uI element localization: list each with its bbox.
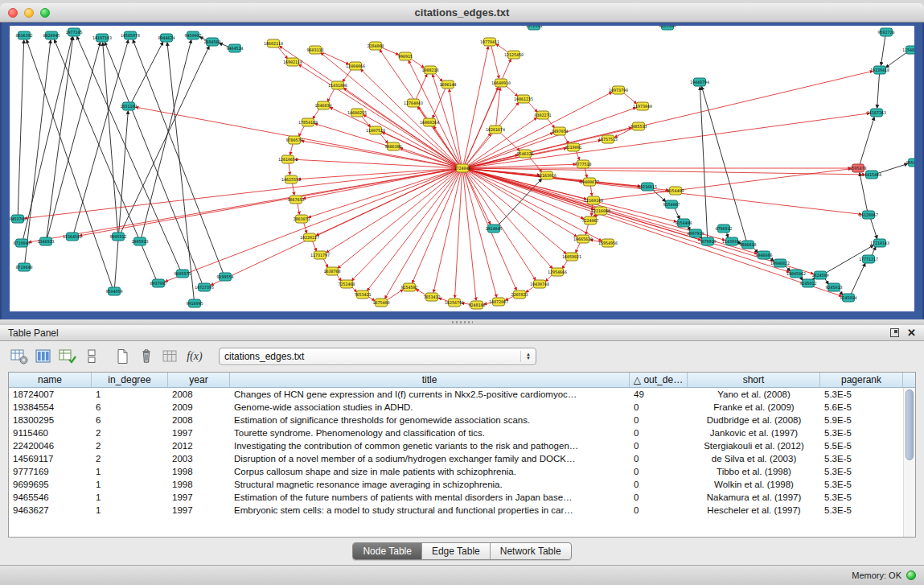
graph-node[interactable]: 9905912 [109, 233, 126, 241]
graph-node[interactable]: 10220227 [300, 233, 319, 241]
show-columns-button[interactable] [32, 346, 55, 367]
graph-node[interactable]: 9464524 [226, 44, 243, 52]
graph-node[interactable]: 8245014 [840, 294, 856, 302]
table-source-dropdown[interactable]: citations_edges.txt ▲▼ [219, 348, 536, 365]
graph-node[interactable]: 9154409 [667, 187, 684, 195]
table-row[interactable]: 1456911722003Disruption of a novel membe… [9, 452, 915, 465]
graph-node[interactable]: 1977105 [65, 28, 82, 36]
tab-edge-table[interactable]: Edge Table [422, 543, 491, 559]
graph-node[interactable]: 7485533 [630, 122, 647, 130]
column-header[interactable]: short [688, 373, 820, 387]
graph-node[interactable]: 7777518 [574, 160, 591, 168]
graph-node[interactable]: 15954956 [598, 239, 618, 247]
graph-node[interactable]: 12764043 [404, 99, 423, 107]
graph-node[interactable]: 8302271 [534, 111, 551, 119]
graph-node[interactable]: 16256791 [445, 299, 464, 307]
graph-node[interactable]: 16187263 [867, 109, 886, 117]
graph-node[interactable]: 9154067 [663, 200, 680, 208]
graph-node[interactable]: 12125450 [504, 51, 524, 59]
column-header[interactable]: title [230, 373, 630, 387]
graph-node[interactable]: 9886818 [739, 241, 756, 249]
graph-node[interactable]: 996915 [398, 52, 413, 60]
graph-node[interactable]: 2863071 [293, 215, 310, 223]
graph-node[interactable]: 11973040 [633, 102, 652, 110]
graph-node[interactable]: 10727395 [195, 283, 214, 291]
graph-node[interactable]: 12216060 [591, 207, 610, 215]
new-table-button[interactable] [111, 346, 133, 367]
panel-splitter[interactable] [0, 319, 924, 325]
graph-node[interactable]: 16261674 [486, 126, 505, 134]
graph-node[interactable]: 10861235 [514, 95, 533, 103]
minimize-button[interactable] [24, 8, 34, 18]
graph-node[interactable]: 19448794 [690, 78, 709, 86]
graph-node[interactable]: 9245013 [825, 283, 842, 291]
graph-node[interactable]: 5572311 [525, 26, 542, 30]
graph-node[interactable]: 1088218 [421, 66, 438, 74]
graph-node[interactable]: 9916095 [186, 299, 203, 307]
row-height-button[interactable] [80, 346, 103, 367]
graph-node[interactable]: 18757515 [598, 135, 618, 143]
graph-node[interactable]: 9450902 [184, 31, 201, 39]
graph-node[interactable]: 16059821 [562, 253, 581, 261]
table-row[interactable]: 946554611997Estimation of the future num… [9, 491, 915, 504]
graph-node[interactable]: 9154406 [675, 219, 692, 227]
graph-node[interactable]: 3067653 [287, 196, 304, 204]
table-row[interactable]: 911546021997Tourette syndrome. Phenomeno… [9, 426, 915, 439]
graph-node[interactable]: 1914845 [485, 225, 502, 233]
scrollbar-thumb[interactable] [906, 389, 914, 460]
close-panel-icon[interactable]: ✕ [907, 328, 916, 338]
table-row[interactable]: 1872400712008Changes of HCN gene express… [9, 388, 915, 401]
table-edit-button[interactable] [56, 346, 79, 367]
graph-node[interactable]: 7879919 [699, 237, 716, 245]
graph-node[interactable]: 7653421 [354, 290, 371, 299]
window-titlebar[interactable]: citations_edges.txt [0, 3, 924, 23]
graph-node[interactable]: 1905913 [131, 237, 148, 245]
graph-node[interactable]: 1595878 [849, 164, 866, 172]
table-row[interactable]: 977716911998Corpus callosum shape and si… [9, 465, 915, 478]
tab-node-table[interactable]: Node Table [353, 543, 422, 559]
graph-node[interactable]: 3219091 [565, 143, 581, 151]
graph-node[interactable]: 1675400 [372, 299, 389, 307]
graph-node[interactable]: 9504059 [105, 287, 122, 295]
graph-node[interactable]: 8719848 [15, 263, 32, 271]
graph-node[interactable]: 10585978 [121, 31, 140, 39]
graph-node[interactable]: 9046666 [755, 251, 772, 259]
zoom-button[interactable] [40, 8, 50, 18]
column-header[interactable]: △ out_de… [630, 373, 688, 387]
graph-node[interactable]: 1346923 [37, 237, 54, 245]
graph-node[interactable]: 9453708 [10, 215, 27, 223]
tab-network-table[interactable]: Network Table [491, 543, 571, 559]
column-header[interactable]: pagerank [820, 373, 903, 387]
graph-node[interactable]: 10845062 [786, 270, 806, 278]
graph-node[interactable]: 9592726 [877, 28, 894, 36]
graph-node[interactable]: 9546326 [516, 150, 533, 158]
table-row[interactable]: 1830029562008Estimation of significance … [9, 414, 915, 426]
graph-node[interactable]: 2265923 [511, 290, 528, 299]
graph-node[interactable]: 8636392 [15, 31, 32, 39]
delete-table-button[interactable] [135, 346, 158, 367]
graph-node[interactable]: 9603118 [306, 46, 323, 54]
graph-node[interactable]: 12954666 [548, 268, 567, 276]
graph-node[interactable]: 9199554 [216, 273, 233, 281]
graph-node[interactable]: 7224067 [581, 216, 598, 225]
graph-node[interactable]: 14415404 [862, 171, 881, 179]
graph-node[interactable]: 14872007 [489, 298, 508, 306]
graph-node[interactable]: 10430748 [530, 280, 549, 288]
graph-node[interactable]: 9605975 [174, 270, 191, 278]
graph-node[interactable]: 8248186 [468, 301, 485, 309]
graph-node[interactable]: 8937987 [150, 279, 166, 287]
float-panel-icon[interactable] [890, 328, 899, 337]
graph-node[interactable]: 19139418 [870, 66, 889, 74]
table-row[interactable]: 1938455462009Genome-wide association stu… [9, 401, 915, 414]
graph-node[interactable]: 9780570 [285, 136, 302, 144]
graph-node[interactable]: 2884568 [203, 38, 220, 46]
graph-node[interactable]: 11548108 [902, 46, 914, 54]
graph-node[interactable]: 8944624 [158, 34, 175, 42]
graph-node[interactable]: 10973790 [609, 86, 628, 94]
graph-node[interactable]: 12610651 [278, 155, 298, 163]
graph-node[interactable]: 8719849 [13, 239, 30, 247]
table-settings-button[interactable] [8, 346, 31, 367]
table-row[interactable]: 2242004622012Investigating the contribut… [9, 439, 915, 452]
graph-node[interactable]: 1346834 [314, 101, 331, 109]
column-header[interactable]: in_degree [92, 373, 168, 387]
